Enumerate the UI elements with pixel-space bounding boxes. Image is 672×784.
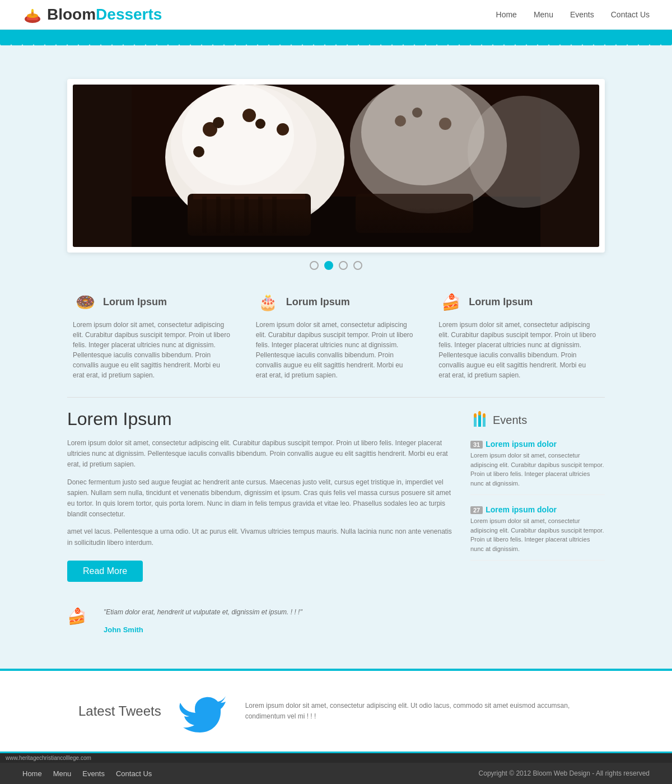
svg-point-29 [439,118,451,130]
svg-point-38 [483,413,486,418]
event-2-desc: Lorem ipsum dolor sit amet, consectetur … [470,516,605,553]
nav-menu[interactable]: Menu [534,10,553,19]
event-item-1: 31 Lorem ipsum dolor Lorem ipsum dolor s… [470,440,605,495]
svg-rect-18 [193,194,305,199]
section-divider [67,397,605,398]
site-footer: www.heritagechristiancolllege.com Home M… [0,753,672,784]
feature-col-1-header: 🍩 Lorum Ipsum [73,290,234,314]
logo-bloom: Bloom [47,6,96,24]
svg-point-12 [213,117,224,128]
event-2-title: Lorem ipsum dolor [486,505,557,514]
slideshow [67,79,605,253]
tweets-inner: Latest Tweets Lorem ipsum dolor sit amet… [67,688,605,735]
event-2-date: 27 Lorem ipsum dolor [470,505,605,514]
site-header: BloomDesserts Home Menu Events Contact U… [0,0,672,30]
feature-col-1-text: Lorem ipsum dolor sit amet, consectetur … [73,320,234,380]
svg-rect-35 [483,417,486,427]
nav-contact[interactable]: Contact Us [611,10,650,19]
testimonial: 🍰 "Etiam dolor erat, hendrerit ut vulput… [67,601,454,641]
feature-col-2-title: Lorum Ipsum [286,296,350,308]
footer-nav-menu[interactable]: Menu [53,769,72,778]
slideshow-image [73,85,599,247]
cupcake-illustration [73,85,599,247]
tweets-left: Latest Tweets [78,703,161,719]
svg-point-36 [474,413,477,418]
svg-point-13 [242,109,256,122]
latest-tweets-title: Latest Tweets [78,703,161,719]
content-sidebar-layout: Lorem Ipsum Lorem ipsum dolor sit amet, … [67,409,605,641]
carousel-dot-2[interactable] [324,261,333,270]
feature-col-3-title: Lorum Ipsum [469,296,533,308]
testimonial-author: John Smith [104,626,143,634]
nav-events[interactable]: Events [570,10,594,19]
dessert-icon: 🍰 [67,607,95,635]
svg-point-14 [255,119,265,129]
events-section-title: Events [470,409,605,431]
svg-point-28 [412,108,422,118]
svg-rect-34 [478,414,481,427]
carousel-dot-4[interactable] [353,261,362,270]
event-item-2: 27 Lorem ipsum dolor Lorem ipsum dolor s… [470,505,605,561]
carousel-dots [67,261,605,270]
feature-col-3: 🍰 Lorum Ipsum Lorem ipsum dolor sit amet… [433,284,605,386]
tweet-text: Lorem ipsum dolor sit amet, consectetur … [245,701,594,722]
svg-point-10 [182,85,294,185]
article-title: Lorem Ipsum [67,409,454,430]
testimonial-content: "Etiam dolor erat, hendrerit ut vulputat… [104,607,302,634]
svg-rect-33 [474,417,477,427]
zigzag-decoration [0,44,672,52]
carousel-dot-3[interactable] [339,261,348,270]
read-more-button[interactable]: Read More [67,561,143,582]
nav-home[interactable]: Home [496,10,517,19]
svg-point-31 [468,96,580,208]
svg-rect-32 [132,208,540,247]
footer-nav-contact[interactable]: Contact Us [116,769,152,778]
feature-col-2: 🎂 Lorum Ipsum Lorem ipsum dolor sit amet… [250,284,422,386]
svg-point-37 [478,411,481,416]
logo: BloomDesserts [22,4,162,25]
feature-col-2-text: Lorem ipsum dolor sit amet, consectetur … [256,320,417,380]
footer-nav-events[interactable]: Events [82,769,105,778]
events-section: Events 31 Lorem ipsum dolor Lorem ipsum … [470,409,605,561]
footer-url: www.heritagechristiancolllege.com [0,753,672,763]
svg-marker-5 [0,44,672,52]
main-nav: Home Menu Events Contact Us [496,10,650,19]
events-title-label: Events [493,414,527,427]
footer-nav-home[interactable]: Home [22,769,42,778]
feature-col-3-header: 🍰 Lorum Ipsum [438,290,599,314]
feature-col-1: 🍩 Lorum Ipsum Lorem ipsum dolor sit amet… [67,284,239,386]
donut-icon: 🍩 [73,290,97,314]
event-1-day: 31 [470,441,483,449]
feature-col-2-header: 🎂 Lorum Ipsum [256,290,417,314]
event-1-desc: Lorem ipsum dolor sit amet, consectetur … [470,451,605,488]
svg-point-4 [31,9,34,12]
event-1-date: 31 Lorem ipsum dolor [470,440,605,449]
events-sidebar: Events 31 Lorem ipsum dolor Lorem ipsum … [470,409,605,641]
feature-col-1-title: Lorum Ipsum [103,296,167,308]
feature-col-3-text: Lorem ipsum dolor sit amet, consectetur … [438,320,599,380]
event-1-title: Lorem ipsum dolor [486,440,557,449]
footer-main: Home Menu Events Contact Us Copyright © … [0,763,672,784]
footer-copyright: Copyright © 2012 Bloom Web Design - All … [479,769,650,777]
twitter-bird-icon [178,688,228,735]
article-paragraph-1: Lorem ipsum dolor sit amet, consectetur … [67,438,454,470]
main-article: Lorem Ipsum Lorem ipsum dolor sit amet, … [67,409,454,641]
event-2-day: 27 [470,506,483,514]
article-paragraph-2: Donec fermentum justo sed augue feugiat … [67,477,454,520]
article-paragraph-3: amet vel lacus. Pellentesque a urna odio… [67,526,454,548]
logo-desserts: Desserts [96,6,162,24]
cake-slice-icon: 🎂 [256,290,281,314]
twitter-bird-svg [178,688,228,732]
footer-nav: Home Menu Events Contact Us [22,769,152,778]
svg-point-16 [193,146,204,157]
candles-svg [470,409,487,428]
feature-columns: 🍩 Lorum Ipsum Lorem ipsum dolor sit amet… [67,284,605,386]
carousel-dot-1[interactable] [310,261,319,270]
svg-point-27 [395,115,406,127]
tweets-section: Latest Tweets Lorem ipsum dolor sit amet… [0,671,672,752]
candles-icon [470,409,487,431]
testimonial-quote: "Etiam dolor erat, hendrerit ut vulputat… [104,607,302,618]
pie-icon: 🍰 [438,290,463,314]
svg-point-15 [277,123,289,136]
cake-icon [22,4,43,25]
